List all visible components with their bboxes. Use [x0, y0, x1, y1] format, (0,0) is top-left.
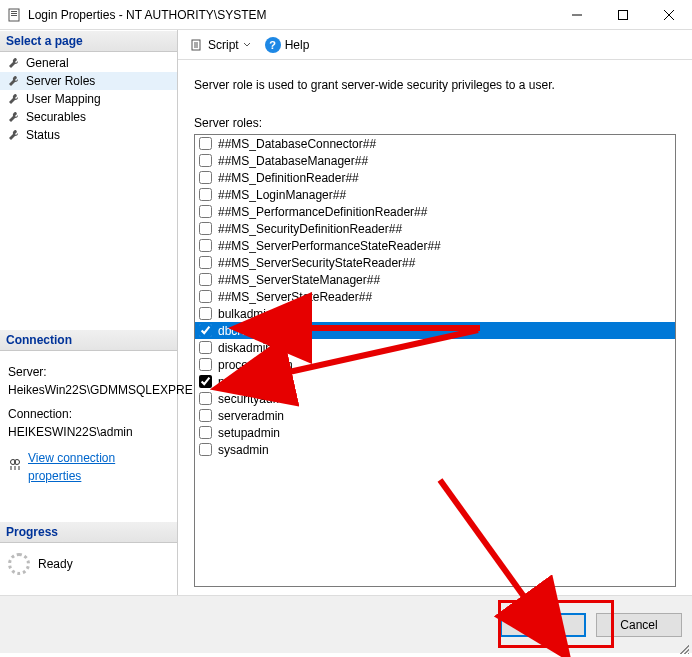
view-connection-properties-link[interactable]: View connection properties — [28, 449, 169, 485]
nav-status[interactable]: Status — [0, 126, 177, 144]
role-checkbox[interactable] — [199, 341, 212, 354]
role-label: processadmin — [218, 358, 293, 372]
role-row[interactable]: ##MS_ServerStateReader## — [195, 288, 675, 305]
role-row[interactable]: setupadmin — [195, 424, 675, 441]
nav-securables[interactable]: Securables — [0, 108, 177, 126]
role-label: ##MS_LoginManager## — [218, 188, 346, 202]
role-label: diskadmin — [218, 341, 272, 355]
role-row[interactable]: ##MS_SecurityDefinitionReader## — [195, 220, 675, 237]
nav-label: User Mapping — [26, 92, 101, 106]
wrench-icon — [8, 111, 20, 123]
role-checkbox[interactable] — [199, 137, 212, 150]
role-label: setupadmin — [218, 426, 280, 440]
role-checkbox[interactable] — [199, 375, 212, 388]
role-label: ##MS_DatabaseManager## — [218, 154, 368, 168]
role-label: sysadmin — [218, 443, 269, 457]
role-row[interactable]: ##MS_ServerPerformanceStateReader## — [195, 237, 675, 254]
role-checkbox[interactable] — [199, 392, 212, 405]
svg-rect-3 — [11, 15, 17, 16]
nav-server-roles[interactable]: Server Roles — [0, 72, 177, 90]
role-checkbox[interactable] — [199, 290, 212, 303]
role-label: ##MS_DefinitionReader## — [218, 171, 359, 185]
progress-spinner-icon — [8, 553, 30, 575]
role-row[interactable]: ##MS_ServerSecurityStateReader## — [195, 254, 675, 271]
svg-rect-1 — [11, 11, 17, 12]
role-row[interactable]: ##MS_ServerStateManager## — [195, 271, 675, 288]
server-roles-label: Server roles: — [194, 116, 676, 130]
connection-value: HEIKESWIN22S\admin — [8, 423, 169, 441]
role-label: dbcreator — [218, 324, 269, 338]
role-label: ##MS_ServerStateReader## — [218, 290, 372, 304]
window-title: Login Properties - NT AUTHORITY\SYSTEM — [28, 8, 554, 22]
close-button[interactable] — [646, 0, 692, 30]
help-button[interactable]: ? Help — [261, 35, 314, 55]
role-checkbox[interactable] — [199, 426, 212, 439]
connection-header: Connection — [0, 329, 177, 351]
role-checkbox[interactable] — [199, 154, 212, 167]
role-label: ##MS_ServerStateManager## — [218, 273, 380, 287]
role-row[interactable]: ##MS_DefinitionReader## — [195, 169, 675, 186]
role-checkbox[interactable] — [199, 358, 212, 371]
cancel-button[interactable]: Cancel — [596, 613, 682, 637]
role-checkbox[interactable] — [199, 171, 212, 184]
app-icon — [6, 7, 22, 23]
toolbar: Script ? Help — [178, 30, 692, 60]
wrench-icon — [8, 93, 20, 105]
role-label: securityadmin — [218, 392, 292, 406]
progress-panel: Ready — [0, 543, 177, 595]
wrench-icon — [8, 129, 20, 141]
role-checkbox[interactable] — [199, 205, 212, 218]
server-value: HeikesWin22S\GDMMSQLEXPRE — [8, 381, 169, 399]
script-button[interactable]: Script — [186, 36, 255, 54]
role-row[interactable]: ##MS_DatabaseConnector## — [195, 135, 675, 152]
progress-header: Progress — [0, 521, 177, 543]
page-nav-list: General Server Roles User Mapping Secura… — [0, 52, 177, 146]
role-row[interactable]: processadmin — [195, 356, 675, 373]
script-label: Script — [208, 38, 239, 52]
role-checkbox[interactable] — [199, 273, 212, 286]
nav-user-mapping[interactable]: User Mapping — [0, 90, 177, 108]
minimize-button[interactable] — [554, 0, 600, 30]
role-checkbox[interactable] — [199, 222, 212, 235]
role-row[interactable]: diskadmin — [195, 339, 675, 356]
chevron-down-icon — [243, 41, 251, 49]
wrench-icon — [8, 57, 20, 69]
role-row[interactable]: ##MS_DatabaseManager## — [195, 152, 675, 169]
role-row[interactable]: public — [195, 373, 675, 390]
role-row[interactable]: bulkadmin — [195, 305, 675, 322]
role-checkbox[interactable] — [199, 256, 212, 269]
server-label: Server: — [8, 363, 169, 381]
role-checkbox[interactable] — [199, 188, 212, 201]
role-checkbox[interactable] — [199, 239, 212, 252]
role-row[interactable]: dbcreator — [195, 322, 675, 339]
ok-button[interactable]: OK — [500, 613, 586, 637]
server-roles-listbox[interactable]: ##MS_DatabaseConnector####MS_DatabaseMan… — [194, 134, 676, 587]
help-label: Help — [285, 38, 310, 52]
titlebar: Login Properties - NT AUTHORITY\SYSTEM — [0, 0, 692, 30]
nav-label: General — [26, 56, 69, 70]
role-row[interactable]: ##MS_LoginManager## — [195, 186, 675, 203]
role-label: serveradmin — [218, 409, 284, 423]
role-label: ##MS_ServerSecurityStateReader## — [218, 256, 415, 270]
nav-label: Securables — [26, 110, 86, 124]
nav-general[interactable]: General — [0, 54, 177, 72]
role-checkbox[interactable] — [199, 409, 212, 422]
svg-rect-5 — [619, 10, 628, 19]
select-page-header: Select a page — [0, 30, 177, 52]
role-row[interactable]: serveradmin — [195, 407, 675, 424]
role-checkbox[interactable] — [199, 324, 212, 337]
resize-grip[interactable] — [677, 642, 689, 654]
role-row[interactable]: sysadmin — [195, 441, 675, 458]
script-icon — [190, 38, 204, 52]
main-panel: Script ? Help Server role is used to gra… — [178, 30, 692, 595]
role-checkbox[interactable] — [199, 443, 212, 456]
role-checkbox[interactable] — [199, 307, 212, 320]
maximize-button[interactable] — [600, 0, 646, 30]
nav-label: Status — [26, 128, 60, 142]
role-label: bulkadmin — [218, 307, 273, 321]
sidebar: Select a page General Server Roles User … — [0, 30, 178, 595]
nav-label: Server Roles — [26, 74, 95, 88]
role-row[interactable]: securityadmin — [195, 390, 675, 407]
svg-rect-2 — [11, 13, 17, 14]
role-row[interactable]: ##MS_PerformanceDefinitionReader## — [195, 203, 675, 220]
